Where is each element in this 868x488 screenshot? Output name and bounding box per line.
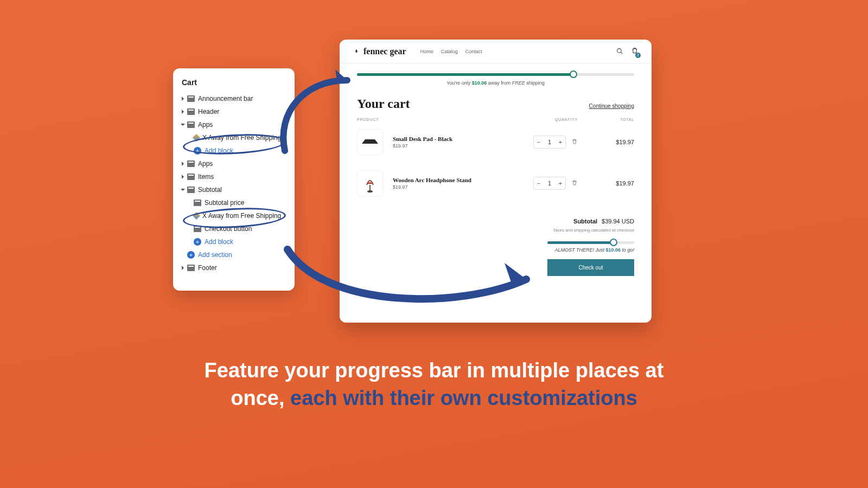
section-subtotal[interactable]: Subtotal bbox=[173, 183, 295, 196]
tax-note: Taxes and shipping calculated at checkou… bbox=[357, 228, 634, 233]
add-add-block[interactable]: +Add block bbox=[173, 144, 295, 157]
qty-value: 1 bbox=[544, 139, 556, 145]
theme-editor-sidebar: Cart Announcement barHeaderAppsX Away fr… bbox=[173, 68, 295, 291]
product-unit-price: $19.97 bbox=[393, 143, 520, 149]
section-apps[interactable]: Apps bbox=[173, 157, 295, 170]
storefront-header: fennec gear Home Catalog Contact 2 bbox=[340, 40, 652, 63]
cart-preview-window: fennec gear Home Catalog Contact 2 You'r… bbox=[340, 40, 652, 323]
quantity-stepper: −1+ bbox=[533, 177, 566, 190]
section-apps[interactable]: Apps bbox=[173, 118, 295, 131]
section-x-away-from-free-shipping[interactable]: X Away from Free Shipping bbox=[173, 131, 295, 144]
nav-links: Home Catalog Contact bbox=[420, 49, 482, 54]
cart-column-headers: PRODUCT QUANTITY TOTAL bbox=[340, 118, 652, 121]
cart-item: Wooden Arc Headphone Stand$19.97−1+$19.9… bbox=[340, 163, 652, 204]
qty-decrease-button[interactable]: − bbox=[534, 177, 544, 189]
continue-shopping-link[interactable]: Continue shopping bbox=[589, 103, 634, 109]
cart-icon[interactable]: 2 bbox=[631, 47, 639, 56]
section-checkout-button[interactable]: Checkout button bbox=[173, 222, 295, 235]
nav-link-home[interactable]: Home bbox=[420, 49, 433, 54]
product-thumbnail[interactable] bbox=[357, 170, 383, 196]
subtotal-row: Subtotal$39.94 USD bbox=[357, 218, 634, 224]
nav-link-catalog[interactable]: Catalog bbox=[441, 49, 458, 54]
product-thumbnail[interactable] bbox=[357, 129, 383, 155]
progress-bar-top: You're only $10.06 away from FREE shippi… bbox=[340, 63, 652, 86]
cart-item: Small Desk Pad - Black$19.97−1+$19.97 bbox=[340, 121, 652, 163]
line-total: $19.97 bbox=[602, 139, 634, 145]
brand-logo[interactable]: fennec gear bbox=[353, 47, 406, 56]
cart-badge: 2 bbox=[635, 53, 641, 58]
product-name[interactable]: Wooden Arc Headphone Stand bbox=[393, 177, 520, 183]
search-icon[interactable] bbox=[616, 48, 623, 55]
progress-bar-bottom: ALMOST THERE! Just $10.06 to go! bbox=[547, 241, 634, 253]
section-x-away-from-free-shipping[interactable]: X Away from Free Shipping bbox=[173, 209, 295, 222]
quantity-stepper: −1+ bbox=[533, 136, 566, 149]
remove-item-button[interactable] bbox=[571, 137, 578, 147]
section-subtotal-price[interactable]: Subtotal price bbox=[173, 196, 295, 209]
product-unit-price: $19.97 bbox=[393, 184, 520, 190]
nav-link-contact[interactable]: Contact bbox=[465, 49, 482, 54]
svg-point-2 bbox=[367, 190, 373, 192]
svg-point-0 bbox=[617, 49, 622, 53]
section-items[interactable]: Items bbox=[173, 170, 295, 183]
section-header[interactable]: Header bbox=[173, 105, 295, 118]
progress-message-top: You're only $10.06 away from FREE shippi… bbox=[357, 80, 634, 86]
qty-increase-button[interactable]: + bbox=[556, 136, 565, 148]
line-total: $19.97 bbox=[602, 180, 634, 187]
product-name[interactable]: Small Desk Pad - Black bbox=[393, 136, 520, 142]
marketing-caption: Feature your progress bar in multiple pl… bbox=[0, 357, 868, 413]
remove-item-button[interactable] bbox=[571, 178, 578, 188]
qty-increase-button[interactable]: + bbox=[556, 177, 565, 189]
qty-decrease-button[interactable]: − bbox=[534, 136, 544, 148]
svg-line-1 bbox=[621, 52, 622, 54]
add-add-block[interactable]: +Add block bbox=[173, 235, 295, 248]
progress-message-bottom: ALMOST THERE! Just $10.06 to go! bbox=[547, 247, 634, 253]
qty-value: 1 bbox=[544, 181, 556, 187]
section-footer[interactable]: Footer bbox=[173, 261, 295, 274]
brand-icon bbox=[353, 48, 360, 55]
section-announcement-bar[interactable]: Announcement bar bbox=[173, 92, 295, 105]
checkout-button[interactable]: Check out bbox=[547, 259, 634, 276]
add-add-section[interactable]: +Add section bbox=[173, 248, 295, 261]
cart-heading: Your cart bbox=[357, 97, 410, 111]
editor-title: Cart bbox=[173, 78, 295, 92]
